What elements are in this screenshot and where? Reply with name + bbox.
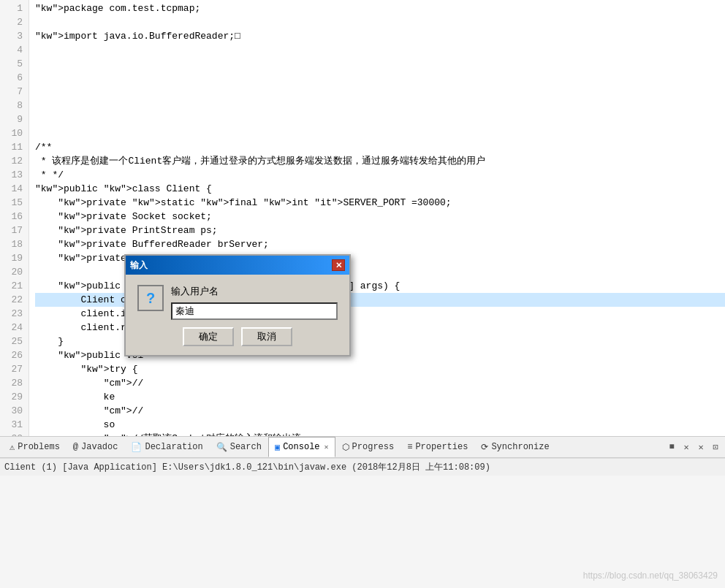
dialog-overlay: 输入 ✕ ? 输入用户名 确定 取消 (0, 0, 725, 588)
dialog-titlebar: 输入 ✕ (126, 256, 349, 275)
dialog-close-button[interactable]: ✕ (332, 259, 345, 271)
dialog-content-row: ? 输入用户名 (137, 285, 338, 320)
dialog-right: 输入用户名 (171, 285, 338, 320)
input-dialog: 输入 ✕ ? 输入用户名 确定 取消 (124, 254, 351, 356)
dialog-buttons: 确定 取消 (137, 327, 338, 346)
dialog-question-icon: ? (137, 285, 164, 311)
dialog-cancel-button[interactable]: 取消 (241, 327, 292, 346)
dialog-username-input[interactable] (171, 302, 338, 320)
dialog-title: 输入 (130, 259, 332, 272)
dialog-body: ? 输入用户名 确定 取消 (126, 275, 349, 355)
dialog-label: 输入用户名 (171, 285, 338, 298)
dialog-ok-button[interactable]: 确定 (183, 327, 234, 346)
